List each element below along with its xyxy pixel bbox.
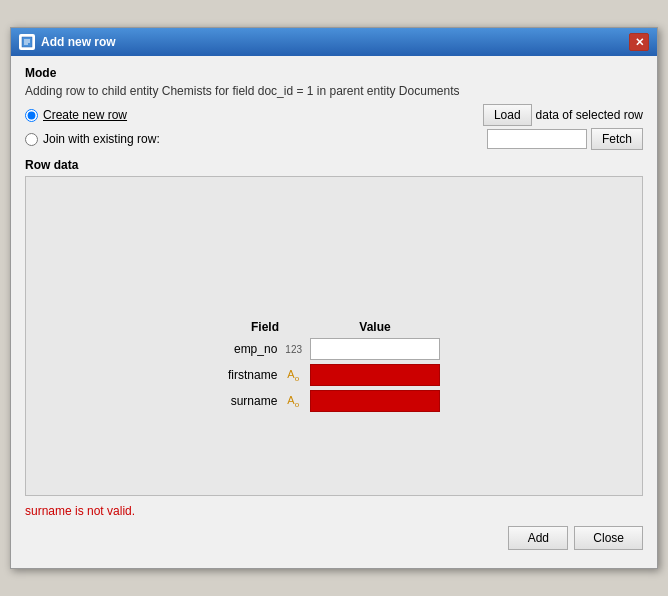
footer-row: Add Close — [25, 526, 643, 558]
add-button[interactable]: Add — [508, 526, 568, 550]
load-row: Load data of selected row — [483, 104, 643, 126]
field-firstname: firstname — [224, 362, 281, 388]
error-message: surname is not valid. — [25, 504, 643, 518]
emp-no-input[interactable] — [310, 338, 440, 360]
field-table-wrapper: Field Value emp_no 123 firstname Ao — [224, 258, 444, 414]
dialog-title: Add new row — [41, 35, 116, 49]
firstname-input[interactable] — [310, 364, 440, 386]
title-bar-left: Add new row — [19, 34, 116, 50]
create-new-row-option: Create new row — [25, 108, 483, 122]
create-new-row-radio[interactable] — [25, 109, 38, 122]
field-surname-type: Ao — [281, 388, 306, 414]
field-emp-no: emp_no — [224, 336, 281, 362]
value-header: Value — [306, 318, 444, 336]
fetch-button[interactable]: Fetch — [591, 128, 643, 150]
table-row: surname Ao — [224, 388, 444, 414]
load-suffix: data of selected row — [536, 108, 643, 122]
table-row: emp_no 123 — [224, 336, 444, 362]
title-bar: Add new row ✕ — [11, 28, 657, 56]
create-new-row-label[interactable]: Create new row — [43, 108, 127, 122]
load-button[interactable]: Load — [483, 104, 532, 126]
join-input[interactable] — [487, 129, 587, 149]
fetch-row: Fetch — [487, 128, 643, 150]
dialog-icon — [19, 34, 35, 50]
field-header: Field — [224, 318, 306, 336]
title-close-button[interactable]: ✕ — [629, 33, 649, 51]
field-table: Field Value emp_no 123 firstname Ao — [224, 318, 444, 414]
join-existing-option: Join with existing row: — [25, 132, 487, 146]
mode-section: Mode Adding row to child entity Chemists… — [25, 66, 643, 150]
row-data-label: Row data — [25, 158, 643, 172]
field-emp-no-value[interactable] — [306, 336, 444, 362]
join-existing-radio[interactable] — [25, 133, 38, 146]
dialog-body: Mode Adding row to child entity Chemists… — [11, 56, 657, 568]
surname-input[interactable] — [310, 390, 440, 412]
add-new-row-dialog: Add new row ✕ Mode Adding row to child e… — [10, 27, 658, 569]
field-emp-no-type: 123 — [281, 336, 306, 362]
table-row: firstname Ao — [224, 362, 444, 388]
field-surname: surname — [224, 388, 281, 414]
mode-description: Adding row to child entity Chemists for … — [25, 84, 643, 98]
close-button[interactable]: Close — [574, 526, 643, 550]
row-data-section: Field Value emp_no 123 firstname Ao — [25, 176, 643, 496]
field-surname-value[interactable] — [306, 388, 444, 414]
field-firstname-type: Ao — [281, 362, 306, 388]
join-existing-label: Join with existing row: — [43, 132, 160, 146]
field-firstname-value[interactable] — [306, 362, 444, 388]
mode-label: Mode — [25, 66, 643, 80]
